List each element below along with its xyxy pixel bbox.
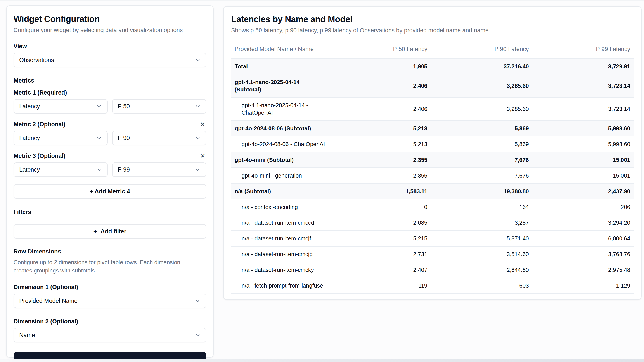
table-row: n/a (Subtotal) 1,583.11 19,380.80 2,437.… [231, 183, 634, 199]
row-p99-cell: 3,729.91 [532, 59, 634, 74]
add-metric-button[interactable]: + Add Metric 4 [14, 184, 206, 199]
row-p50-cell: 1,905 [330, 59, 431, 74]
metric-1-label: Metric 1 (Required) [14, 89, 67, 96]
row-p99-cell: 5,998.60 [532, 136, 634, 152]
row-name-cell: gpt-4o-2024-08-06 (Subtotal) [231, 121, 330, 136]
remove-metric-3-button[interactable]: ✕ [199, 153, 206, 159]
row-p99-cell: 3,768.76 [532, 247, 634, 262]
row-name-cell: n/a - dataset-run-item-cmccd [231, 215, 330, 230]
row-p50-cell: 2,085 [330, 215, 431, 230]
table-row: n/a - dataset-run-item-cmcjf 5,215 5,871… [231, 230, 634, 246]
row-p50-cell: 2,406 [330, 78, 431, 93]
row-p50-cell: 2,355 [330, 168, 431, 183]
row-name-cell: Total [231, 59, 330, 74]
plus-icon: + [93, 228, 98, 235]
row-p90-cell: 19,380.80 [431, 184, 532, 199]
widget-config-panel: Widget Configuration Configure your widg… [6, 5, 214, 358]
row-p99-cell: 3,294.20 [532, 215, 634, 230]
row-p99-cell: 15,001 [532, 152, 634, 167]
row-p50-cell: 5,215 [330, 231, 431, 246]
metric-2-measure-value: Latency [19, 135, 40, 141]
dimension-2-value: Name [19, 332, 35, 339]
row-name-cell: gpt-4o-mini (Subtotal) [231, 152, 330, 167]
metric-2-aggregation-select[interactable]: P 90 [112, 131, 206, 145]
table-row: n/a - dataset-run-item-cmcjg 2,731 3,514… [231, 246, 634, 262]
row-p90-cell: 3,287 [431, 215, 532, 230]
metrics-section-label: Metrics [14, 77, 206, 84]
table-row: n/a - fetch-prompt-from-langfuse 119 603… [231, 278, 634, 293]
row-dimensions-section-label: Row Dimensions [14, 248, 206, 255]
row-p50-cell: 5,213 [330, 136, 431, 152]
metric-2-label: Metric 2 (Optional) [14, 121, 65, 128]
row-p50-cell: 1,583.11 [330, 184, 431, 199]
table-row: n/a - dataset-run-item-cmccd 2,085 3,287… [231, 215, 634, 230]
metric-1-aggregation-value: P 50 [118, 103, 130, 110]
row-name-cell: n/a - fetch-prompt-from-langfuse [231, 278, 330, 293]
row-name-cell: n/a - context-encoding [231, 199, 330, 215]
chevron-down-icon [96, 135, 102, 141]
table-row: n/a - context-encoding 0 164 206 [231, 199, 634, 215]
chevron-down-icon [96, 166, 102, 173]
view-label: View [14, 43, 27, 50]
dimension-1-value: Provided Model Name [19, 298, 78, 304]
row-p50-cell: 119 [330, 278, 431, 293]
view-select[interactable]: Observations [14, 53, 206, 67]
table-row: n/a - dataset-run-item-cmcky 2,407 2,844… [231, 262, 634, 278]
row-p90-cell: 164 [431, 199, 532, 215]
row-name-cell: gpt-4.1-nano-2025-04-14 (Subtotal) [231, 74, 330, 97]
metric-1-measure-select[interactable]: Latency [14, 99, 108, 113]
row-name-cell: n/a (Subtotal) [231, 184, 330, 199]
row-p90-cell: 5,871.40 [431, 231, 532, 246]
config-panel-subtitle: Configure your widget by selecting data … [14, 26, 206, 34]
column-header-name: Provided Model Name / Name [231, 37, 330, 58]
page-bottom-edge [0, 359, 644, 362]
row-p50-cell: 2,407 [330, 262, 431, 278]
row-p50-cell: 2,355 [330, 152, 431, 167]
row-p50-cell: 0 [330, 199, 431, 215]
row-p99-cell: 5,998.60 [532, 121, 634, 136]
dimension-2-label: Dimension 2 (Optional) [14, 318, 206, 325]
chevron-down-icon [96, 103, 102, 110]
add-filter-button[interactable]: + Add filter [14, 224, 206, 239]
row-p90-cell: 3,514.60 [431, 247, 532, 262]
add-filter-label: Add filter [100, 228, 126, 235]
preview-title: Latencies by Name and Model [231, 14, 634, 24]
row-p99-cell: 6,000.64 [532, 231, 634, 246]
remove-metric-2-button[interactable]: ✕ [199, 121, 206, 128]
metric-3-aggregation-value: P 99 [118, 166, 130, 173]
metric-2-measure-select[interactable]: Latency [14, 131, 108, 145]
row-name-cell: gpt-4o-mini - generation [231, 168, 330, 183]
row-name-cell: gpt-4.1-nano-2025-04-14 - ChatOpenAI [231, 98, 330, 120]
row-p90-cell: 7,676 [431, 152, 532, 167]
table-row: Total 1,905 37,216.40 3,729.91 [231, 58, 634, 74]
preview-panel: Latencies by Name and Model Shows p 50 l… [223, 6, 642, 300]
metric-3-measure-select[interactable]: Latency [14, 162, 108, 177]
filters-section-label: Filters [14, 209, 206, 216]
metric-3-label: Metric 3 (Optional) [14, 153, 65, 159]
row-p90-cell: 3,285.60 [431, 101, 532, 117]
row-p90-cell: 5,869 [431, 121, 532, 136]
row-dimensions-description: Configure up to 2 dimensions for pivot t… [14, 258, 197, 275]
table-row: gpt-4o-mini (Subtotal) 2,355 7,676 15,00… [231, 152, 634, 167]
row-p99-cell: 15,001 [532, 168, 634, 183]
metric-3-aggregation-select[interactable]: P 99 [112, 162, 206, 177]
chevron-down-icon [194, 166, 201, 173]
row-name-cell: n/a - dataset-run-item-cmcjf [231, 231, 330, 246]
row-p99-cell: 2,437.90 [532, 184, 634, 199]
row-name-cell: n/a - dataset-run-item-cmcjg [231, 247, 330, 262]
row-p90-cell: 37,216.40 [431, 59, 532, 74]
row-p99-cell: 1,129 [532, 278, 634, 293]
row-name-cell: gpt-4o-2024-08-06 - ChatOpenAI [231, 136, 330, 152]
page-top-edge [0, 0, 644, 1]
table-row: gpt-4o-2024-08-06 (Subtotal) 5,213 5,869… [231, 120, 634, 136]
table-row: gpt-4o-mini - generation 2,355 7,676 15,… [231, 167, 634, 183]
row-p99-cell: 3,723.14 [532, 101, 634, 117]
dimension-1-select[interactable]: Provided Model Name [14, 294, 206, 308]
row-p90-cell: 5,869 [431, 136, 532, 152]
table-row: gpt-4.1-nano-2025-04-14 - ChatOpenAI 2,4… [231, 97, 634, 120]
metric-1-aggregation-select[interactable]: P 50 [112, 99, 206, 113]
dimension-2-select[interactable]: Name [14, 328, 206, 342]
row-p99-cell: 3,723.14 [532, 78, 634, 93]
row-p50-cell: 2,731 [330, 247, 431, 262]
row-p50-cell: 5,213 [330, 121, 431, 136]
